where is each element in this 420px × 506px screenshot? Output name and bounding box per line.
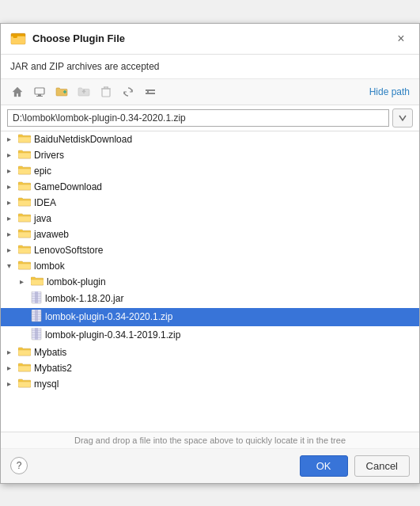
item-label: LenovoSoftstore <box>34 245 103 256</box>
tree-item[interactable]: ▸ Mybatis <box>1 344 419 360</box>
svg-rect-26 <box>32 311 41 313</box>
tree-item[interactable]: ▸ mysql <box>1 376 419 392</box>
hide-path-button[interactable]: Hide path <box>366 85 413 99</box>
title-bar-left: Choose Plugin File <box>10 31 125 47</box>
svg-rect-35 <box>32 337 41 338</box>
folder-icon <box>18 196 31 209</box>
tree-item[interactable]: ▸ lombok-plugin <box>1 274 419 290</box>
expand-arrow: ▸ <box>7 166 18 175</box>
folder-icon <box>18 244 31 257</box>
dialog-title: Choose Plugin File <box>32 32 125 44</box>
svg-rect-27 <box>32 314 41 315</box>
tree-item[interactable]: ▸ LenovoSoftstore <box>1 242 419 258</box>
svg-rect-10 <box>102 89 110 97</box>
ok-button[interactable]: OK <box>300 455 348 477</box>
subtitle-text: JAR and ZIP archives are accepted <box>1 55 419 79</box>
archive-icon <box>31 291 42 306</box>
delete-button[interactable] <box>96 82 116 101</box>
tree-item[interactable]: ▸ Drivers <box>1 147 419 163</box>
item-label: Mybatis <box>34 347 66 358</box>
tree-item[interactable]: ▸ Mybatis2 <box>1 360 419 376</box>
item-label: lombok <box>34 261 65 272</box>
item-label: lombok-plugin-0.34-2020.1.zip <box>45 311 172 322</box>
item-label: lombok-plugin <box>47 276 106 287</box>
title-bar: Choose Plugin File × <box>1 24 419 55</box>
expand-arrow: ▾ <box>7 261 18 270</box>
folder-icon <box>18 165 31 177</box>
tree-item[interactable]: ▾ lombok <box>1 258 419 274</box>
folder-icon <box>18 362 31 375</box>
item-label: mysql <box>34 379 59 390</box>
app-icon <box>10 31 26 47</box>
tree-item[interactable]: ▸ java <box>1 211 419 226</box>
expand-arrow: ▸ <box>7 245 18 254</box>
svg-rect-21 <box>32 295 41 297</box>
svg-rect-5 <box>38 94 41 96</box>
home-button[interactable] <box>7 82 28 101</box>
expand-arrow: ▸ <box>7 230 18 238</box>
breadcrumb-button[interactable] <box>140 82 161 101</box>
expand-arrow: ▸ <box>20 277 31 286</box>
close-button[interactable]: × <box>392 30 410 48</box>
tree-item[interactable]: ▸ javaweb <box>1 226 419 242</box>
expand-arrow: ▸ <box>7 348 18 356</box>
folder-icon <box>18 228 31 241</box>
path-input[interactable] <box>7 109 389 127</box>
new-folder-button[interactable] <box>51 82 72 101</box>
archive-icon <box>31 328 42 343</box>
item-label: java <box>34 213 51 224</box>
svg-rect-28 <box>32 316 41 318</box>
folder-icon <box>18 181 31 193</box>
folder-up-button[interactable] <box>74 82 94 101</box>
tree-item[interactable]: lombok-plugin-0.34.1-2019.1.zip <box>1 326 419 344</box>
bottom-buttons: OK Cancel <box>300 455 410 477</box>
item-label: lombok-1.18.20.jar <box>45 293 123 304</box>
archive-icon <box>31 310 42 325</box>
tree-item[interactable]: lombok-1.18.20.jar <box>1 290 419 308</box>
svg-rect-6 <box>36 96 43 97</box>
item-label: lombok-plugin-0.34.1-2019.1.zip <box>45 329 180 341</box>
folder-icon <box>18 378 31 390</box>
refresh-button[interactable] <box>118 82 138 101</box>
expand-arrow: ▸ <box>7 379 18 388</box>
svg-rect-15 <box>146 89 155 91</box>
folder-icon <box>18 149 31 162</box>
toolbar: Hide path <box>1 79 419 105</box>
tree-item[interactable]: ▸ GameDownload <box>1 179 419 195</box>
item-label: IDEA <box>34 197 56 208</box>
item-label: Drivers <box>34 150 64 161</box>
expand-arrow: ▸ <box>7 198 18 207</box>
svg-rect-23 <box>32 300 41 302</box>
item-label: BaiduNetdiskDownload <box>34 134 132 145</box>
svg-rect-16 <box>146 93 155 94</box>
tree-item[interactable]: lombok-plugin-0.34-2020.1.zip <box>1 308 419 326</box>
expand-arrow: ▸ <box>7 182 18 191</box>
desktop-button[interactable] <box>29 82 50 101</box>
expand-arrow: ▸ <box>7 214 18 223</box>
bottom-bar: ? OK Cancel <box>1 449 419 483</box>
folder-icon <box>18 212 31 225</box>
path-go-button[interactable] <box>392 108 413 127</box>
item-label: Mybatis2 <box>34 363 72 374</box>
expand-arrow: ▸ <box>7 135 18 143</box>
cancel-button[interactable]: Cancel <box>354 455 410 477</box>
tree-item[interactable]: ▸ BaiduNetdiskDownload <box>1 131 419 147</box>
item-label: javaweb <box>34 229 69 240</box>
tree-item[interactable]: ▸ IDEA <box>1 195 419 211</box>
svg-rect-4 <box>35 88 44 94</box>
help-button[interactable]: ? <box>10 457 28 474</box>
svg-rect-20 <box>32 293 41 295</box>
svg-rect-29 <box>32 318 41 320</box>
svg-rect-34 <box>32 334 41 336</box>
expand-arrow: ▸ <box>7 363 18 372</box>
svg-marker-3 <box>13 87 22 97</box>
drag-hint: Drag and drop a file into the space abov… <box>1 432 419 449</box>
folder-icon <box>18 346 31 359</box>
tree-item[interactable]: ▸ epic <box>1 163 419 179</box>
choose-plugin-dialog: Choose Plugin File × JAR and ZIP archive… <box>0 23 420 484</box>
path-bar <box>1 105 419 131</box>
svg-rect-17 <box>147 91 149 93</box>
folder-icon <box>18 260 31 272</box>
svg-rect-22 <box>32 298 41 299</box>
svg-rect-33 <box>32 332 41 333</box>
